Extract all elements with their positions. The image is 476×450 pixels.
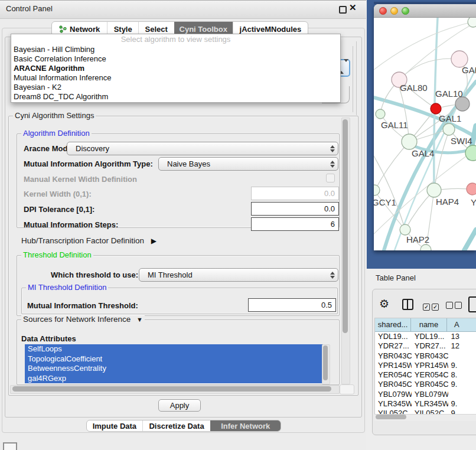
network-edge[interactable] (376, 142, 409, 189)
column-layout-icon[interactable] (402, 299, 413, 310)
algorithm-list: Bayesian - Hill ClimbingBasic Correlatio… (11, 45, 340, 102)
table-cell[interactable]: YBR045C (412, 380, 448, 389)
table-cell[interactable]: YDR27... (375, 341, 412, 351)
table-row[interactable]: YDR27...YDR27...12 (375, 341, 476, 351)
which-threshold-combobox[interactable]: MI Threshold (139, 268, 338, 282)
algorithm-option-bayesian-hill-climbing[interactable]: Bayesian - Hill Climbing (11, 45, 340, 54)
table-cell[interactable]: YDL19... (375, 332, 412, 341)
float-window-icon[interactable] (339, 6, 347, 14)
network-node-gal10[interactable] (455, 97, 470, 111)
network-node[interactable] (468, 18, 476, 27)
table-cell[interactable]: 9. (448, 399, 476, 409)
algorithm-option-bayesian-k2[interactable]: Bayesian - K2 (11, 83, 340, 92)
tab-label: Network (70, 25, 100, 34)
table-hscrollbar-thumb[interactable] (376, 415, 406, 419)
table-row[interactable]: YBL079WYBL079W (375, 390, 476, 399)
table-cell[interactable]: YLR345W (412, 399, 448, 409)
algorithm-option-basic-correlation-inference[interactable]: Basic Correlation Inference (11, 54, 340, 64)
network-node-gal11[interactable] (376, 109, 385, 119)
tab-discretize-data[interactable]: Discretize Data (142, 420, 211, 431)
table-cell[interactable]: YBR043C (412, 351, 448, 361)
mi-steps-field[interactable]: 6 (251, 217, 339, 231)
table-cell[interactable]: YLR345W (375, 399, 412, 409)
sources-toggle[interactable]: Sources for Network Inference ▼ (21, 315, 145, 324)
attribute-item-selfloops[interactable]: SelfLoops (25, 344, 324, 354)
network-edge[interactable] (374, 156, 467, 234)
tab-impute-data[interactable]: Impute Data (87, 420, 142, 431)
mi-threshold-field[interactable]: 0.5 (248, 298, 336, 312)
table-row[interactable]: YBR045CYBR045C9. (375, 380, 476, 389)
table-row[interactable]: YDL19...YDL19...13 (375, 332, 476, 341)
network-node-y[interactable] (467, 183, 476, 195)
network-edge[interactable] (434, 135, 448, 190)
mi-type-combobox[interactable]: Naive Bayes (158, 157, 338, 171)
network-edge[interactable] (434, 18, 438, 184)
close-icon[interactable]: ✕ (349, 2, 357, 13)
table-cell[interactable]: 13 (448, 332, 476, 341)
table-cell[interactable]: 8. (448, 370, 476, 380)
table-cell[interactable] (448, 390, 476, 399)
network-window-titlebar[interactable] (374, 4, 476, 18)
gear-icon[interactable]: ⚙ (379, 298, 389, 309)
select-all-icon[interactable]: ✓✓ (423, 302, 441, 311)
table-row[interactable]: YPR145WYPR145W9. (375, 361, 476, 370)
table-cell[interactable] (448, 351, 476, 361)
aracne-mode-combobox[interactable]: Discovery (67, 142, 338, 155)
network-canvas[interactable]: GALGAL80GAL10GAL1GAL11GAL4SWI4GCY1HAP4YH… (374, 18, 476, 250)
table-cell[interactable]: YDL19... (412, 332, 448, 341)
minimize-traffic-light-icon[interactable] (390, 7, 398, 15)
table-row[interactable]: YER054CYER054C8. (375, 370, 476, 380)
table-cell[interactable]: YBL079W (412, 390, 448, 399)
table-cell[interactable]: YER054C (412, 370, 448, 380)
export-table-icon[interactable] (468, 296, 476, 312)
network-node-gcy1[interactable] (374, 185, 380, 195)
table-cell[interactable]: YBL079W (375, 390, 412, 399)
which-threshold-value: MI Threshold (139, 270, 327, 279)
dpi-tolerance-field[interactable]: 0.0 (251, 202, 339, 216)
table-row[interactable]: YLR345WYLR345W9. (375, 399, 476, 409)
column-header-3[interactable]: A (447, 318, 476, 331)
column-header-2[interactable]: name (411, 318, 447, 331)
network-node-hap4[interactable] (427, 183, 441, 197)
deselect-all-icon[interactable] (446, 302, 464, 311)
table-row[interactable]: YBR043CYBR043C (375, 351, 476, 361)
kernel-width-field[interactable]: 0.0 (251, 187, 339, 200)
table-cell[interactable]: YBR045C (375, 380, 412, 389)
zoom-traffic-light-icon[interactable] (402, 7, 409, 15)
attribute-item-topologicalcoefficient[interactable]: TopologicalCoefficient (25, 354, 324, 364)
attribute-item-betweennesscentrality[interactable]: BetweennessCentrality (25, 364, 324, 374)
close-traffic-light-icon[interactable] (379, 7, 387, 15)
tab-infer-network[interactable]: Infer Network (210, 420, 281, 431)
network-node-gal1[interactable] (443, 123, 455, 135)
settings-vscrollbar-thumb[interactable] (343, 119, 348, 333)
node-label: SWI4 (451, 136, 472, 146)
hub-section-toggle[interactable]: Hub/Transcription Factor Definition ▶ (21, 236, 157, 245)
table-cell[interactable]: 9. (448, 361, 476, 370)
table-cell[interactable]: YBR043C (375, 351, 412, 361)
network-edge[interactable] (464, 230, 476, 250)
data-attributes-label: Data Attributes (21, 334, 76, 343)
attributes-scrollbar-thumb[interactable] (323, 345, 328, 380)
network-graph[interactable]: GALGAL80GAL10GAL1GAL11GAL4SWI4GCY1HAP4YH… (374, 18, 476, 250)
table-cell[interactable]: 9. (448, 380, 476, 389)
tab-label: Discretize Data (149, 422, 204, 431)
network-node-gal4[interactable] (402, 134, 417, 149)
table-cell[interactable]: YER054C (375, 370, 412, 380)
algorithm-option-mutual-information-inference[interactable]: Mutual Information Inference (11, 73, 340, 83)
network-edge[interactable] (399, 58, 459, 80)
network-edge[interactable] (399, 87, 409, 142)
table-cell[interactable]: YDR27... (412, 341, 448, 351)
algorithm-option-aracne-algorithm[interactable]: ARACNE Algorithm (11, 64, 340, 73)
manual-kernel-checkbox[interactable] (326, 174, 335, 182)
table-cell[interactable]: YPR145W (375, 361, 412, 370)
network-node-hap2[interactable] (400, 224, 410, 235)
algorithm-option-dream8-dc-tdc-algorithm[interactable]: Dream8 DC_TDC Algorithm (11, 92, 340, 102)
network-node[interactable] (420, 244, 431, 250)
attribute-item-gal4rgexp[interactable]: gal4RGexp (25, 374, 324, 384)
settings-hscrollbar-thumb[interactable] (12, 386, 331, 392)
column-header-1[interactable]: shared... (375, 318, 411, 331)
table-cell[interactable]: 12 (448, 341, 476, 351)
apply-button[interactable]: Apply (158, 399, 201, 412)
table-cell[interactable]: YPR145W (412, 361, 448, 370)
network-node[interactable] (431, 103, 441, 114)
